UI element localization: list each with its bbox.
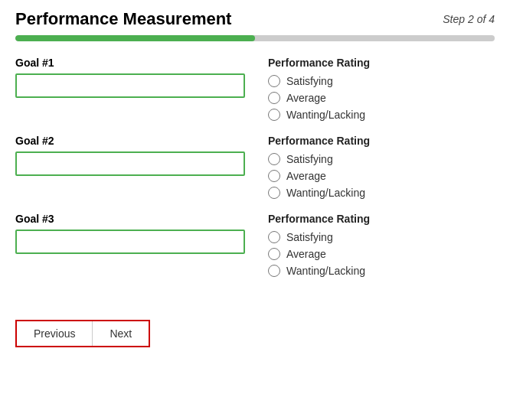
page-title: Performance Measurement [15,9,231,29]
goal-label-1: Goal #1 [15,57,245,69]
radio-option-2-satisfying[interactable]: Satisfying [268,153,495,165]
goal-left-2: Goal #2 [15,135,245,176]
goal-right-3: Performance Rating Satisfying Average Wa… [268,213,495,277]
radio-option-3-wanting[interactable]: Wanting/Lacking [268,265,495,277]
radio-group-3: Satisfying Average Wanting/Lacking [268,231,495,277]
radio-label-3-average[interactable]: Average [286,248,326,260]
radio-group-2: Satisfying Average Wanting/Lacking [268,153,495,199]
radio-option-2-average[interactable]: Average [268,170,495,182]
goal-label-3: Goal #3 [15,213,245,225]
radio-option-3-average[interactable]: Average [268,248,495,260]
footer-buttons: Previous Next [15,320,150,347]
goal-input-2[interactable] [15,151,245,176]
rating-label-2: Performance Rating [268,135,495,147]
goal-row-2: Goal #2 Performance Rating Satisfying Av… [15,135,495,199]
goal-left-3: Goal #3 [15,213,245,254]
radio-label-2-satisfying[interactable]: Satisfying [286,153,333,165]
radio-option-1-average[interactable]: Average [268,92,495,104]
radio-label-1-wanting[interactable]: Wanting/Lacking [286,109,365,121]
step-indicator: Step 2 of 4 [443,13,495,25]
page-header: Performance Measurement Step 2 of 4 [15,9,495,29]
next-button[interactable]: Next [93,321,149,346]
radio-option-1-wanting[interactable]: Wanting/Lacking [268,109,495,121]
goal-input-1[interactable] [15,73,245,98]
previous-button[interactable]: Previous [17,321,93,346]
radio-label-2-average[interactable]: Average [286,170,326,182]
goal-right-2: Performance Rating Satisfying Average Wa… [268,135,495,199]
progress-bar-container [15,35,495,41]
progress-bar-fill [15,35,255,41]
rating-label-1: Performance Rating [268,57,495,69]
radio-group-1: Satisfying Average Wanting/Lacking [268,75,495,121]
goal-left-1: Goal #1 [15,57,245,98]
goal-input-3[interactable] [15,230,245,254]
radio-label-3-satisfying[interactable]: Satisfying [286,231,333,243]
radio-label-2-wanting[interactable]: Wanting/Lacking [286,187,365,199]
radio-label-3-wanting[interactable]: Wanting/Lacking [286,265,365,277]
footer: Previous Next [15,298,495,347]
goal-label-2: Goal #2 [15,135,245,147]
radio-option-2-wanting[interactable]: Wanting/Lacking [268,187,495,199]
goals-section: Goal #1 Performance Rating Satisfying Av… [15,57,495,277]
main-container: Performance Measurement Step 2 of 4 Goal… [0,0,510,420]
goal-right-1: Performance Rating Satisfying Average Wa… [268,57,495,121]
radio-option-1-satisfying[interactable]: Satisfying [268,75,495,87]
goal-row-1: Goal #1 Performance Rating Satisfying Av… [15,57,495,121]
rating-label-3: Performance Rating [268,213,495,225]
radio-label-1-satisfying[interactable]: Satisfying [286,75,333,87]
radio-option-3-satisfying[interactable]: Satisfying [268,231,495,243]
goal-row-3: Goal #3 Performance Rating Satisfying Av… [15,213,495,277]
radio-label-1-average[interactable]: Average [286,92,326,104]
